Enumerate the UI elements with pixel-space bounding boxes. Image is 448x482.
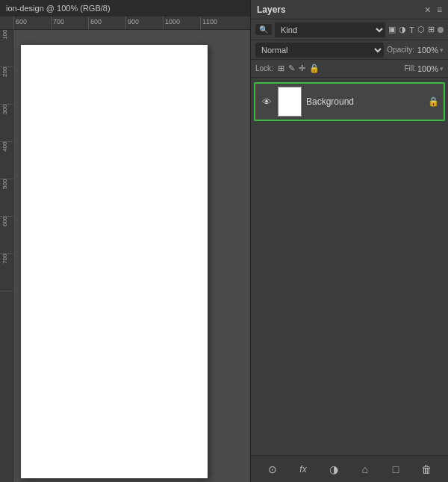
fill-section: Fill: 100% ▾ xyxy=(404,64,444,73)
ruler-v-mark: 300 xyxy=(0,105,13,142)
filter-icons-row: ▣ ◑ T ⬡ ⊞ xyxy=(388,25,444,34)
pixel-filter-icon[interactable]: ▣ xyxy=(388,25,396,34)
lock-bar: Lock: ⊞ ✎ ✛ 🔒 Fill: 100% ▾ xyxy=(251,60,448,78)
lock-icons: ⊞ ✎ ✛ 🔒 xyxy=(278,64,400,73)
ruler-mark-1000: 1000 xyxy=(163,16,200,29)
ruler-mark-1100: 1100 xyxy=(200,16,237,29)
blend-mode-dropdown[interactable]: Normal xyxy=(255,43,384,58)
delete-layer-icon[interactable]: 🗑 xyxy=(417,460,435,478)
ruler-v-mark: 100 xyxy=(0,30,13,67)
ruler-mark-700: 700 xyxy=(51,16,88,29)
layer-lock-icon: 🔒 xyxy=(428,96,439,107)
canvas-with-ruler: 100 200 300 400 500 600 700 xyxy=(0,30,250,482)
fill-arrow: ▾ xyxy=(440,65,444,72)
fill-label: Fill: xyxy=(404,64,416,72)
opacity-value[interactable]: 100% xyxy=(416,46,438,55)
ruler-marks-container: 600 700 800 900 1000 1100 xyxy=(13,16,237,29)
blend-bar: Normal Opacity: 100% ▾ xyxy=(251,40,448,60)
layers-panel: Layers × ≡ 🔍 Kind ▣ ◑ T ⬡ ⊞ Normal Opaci… xyxy=(250,0,448,482)
add-mask-icon[interactable]: ◑ xyxy=(325,460,343,478)
search-icon: 🔍 xyxy=(259,25,268,34)
layer-list: 👁 Background 🔒 xyxy=(251,78,448,455)
lock-all-icon[interactable]: 🔒 xyxy=(309,64,320,73)
smart-filter-icon[interactable]: ⊞ xyxy=(428,25,435,34)
adjustment-filter-icon[interactable]: ◑ xyxy=(399,25,406,34)
text-filter-icon[interactable]: T xyxy=(409,25,414,34)
lock-label: Lock: xyxy=(255,64,273,72)
bottom-toolbar: ⊙ fx ◑ ⌂ □ 🗑 xyxy=(251,455,448,482)
layer-thumbnail xyxy=(278,87,302,117)
ruler-v-mark: 200 xyxy=(0,67,13,105)
ruler-v-mark: 500 xyxy=(0,179,13,217)
filter-bar: 🔍 Kind ▣ ◑ T ⬡ ⊞ xyxy=(251,19,448,40)
panel-menu-button[interactable]: ≡ xyxy=(437,4,442,15)
panel-header: Layers × ≡ xyxy=(251,0,448,19)
new-group-icon[interactable]: □ xyxy=(387,460,405,478)
layer-name: Background xyxy=(306,96,423,107)
panel-header-icons: × ≡ xyxy=(425,4,442,16)
ruler-left-content: 100 200 300 400 500 600 700 xyxy=(0,30,13,291)
fx-icon[interactable]: fx xyxy=(294,460,312,478)
layer-item-background[interactable]: 👁 Background 🔒 xyxy=(254,82,445,121)
ruler-v-mark: 600 xyxy=(0,217,13,254)
panel-title: Layers xyxy=(257,4,286,15)
lock-pixels-icon[interactable]: ⊞ xyxy=(278,64,284,73)
filter-dot xyxy=(438,27,444,33)
opacity-section: Opacity: 100% ▾ xyxy=(387,46,444,55)
ruler-mark-600: 600 xyxy=(13,16,51,29)
canvas-wrapper xyxy=(13,30,250,482)
panel-close-button[interactable]: × xyxy=(425,4,431,16)
ruler-mark-800: 800 xyxy=(88,16,125,29)
white-canvas xyxy=(21,45,208,478)
title-text: ion-design @ 100% (RGB/8) xyxy=(6,4,111,13)
new-fill-adjustment-icon[interactable]: ⌂ xyxy=(356,460,374,478)
ruler-v-mark: 700 xyxy=(0,254,13,291)
ruler-v-mark: 400 xyxy=(0,142,13,179)
filter-search: 🔍 xyxy=(255,24,272,35)
lock-position-icon[interactable]: ✎ xyxy=(288,64,295,73)
ruler-mark-900: 900 xyxy=(125,16,163,29)
link-layer-icon[interactable]: ⊙ xyxy=(264,460,281,478)
title-bar: ion-design @ 100% (RGB/8) xyxy=(0,0,250,16)
ruler-left: 100 200 300 400 500 600 700 xyxy=(0,30,13,482)
layer-visibility-eye[interactable]: 👁 xyxy=(260,95,273,108)
ruler-top: 600 700 800 900 1000 1100 xyxy=(0,16,250,30)
opacity-arrow: ▾ xyxy=(440,46,444,54)
fill-value[interactable]: 100% xyxy=(417,64,438,73)
shape-filter-icon[interactable]: ⬡ xyxy=(417,25,425,34)
lock-artboard-icon[interactable]: ✛ xyxy=(299,64,305,73)
canvas-area: ion-design @ 100% (RGB/8) 600 700 800 90… xyxy=(0,0,250,482)
kind-dropdown[interactable]: Kind xyxy=(275,22,385,37)
opacity-label: Opacity: xyxy=(387,46,414,54)
